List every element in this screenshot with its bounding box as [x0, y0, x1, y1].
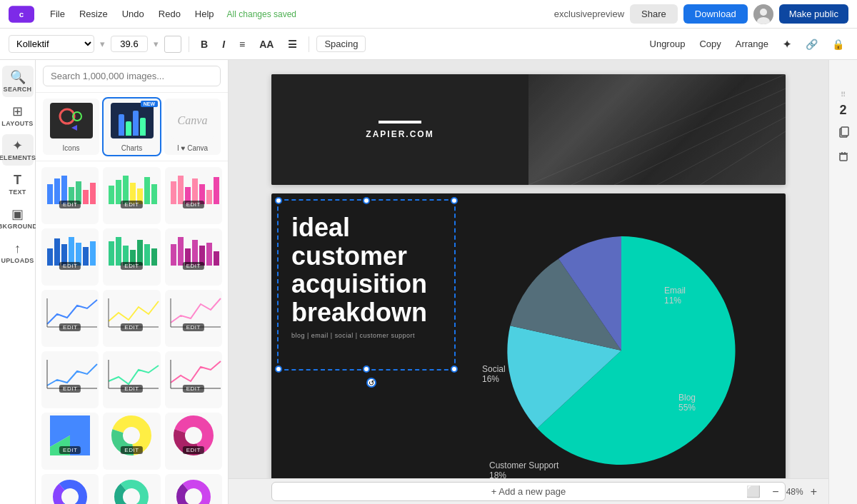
canvas-wrapper: ZAPIER.COM — [271, 74, 786, 490]
edit-badge: EDIT — [59, 385, 81, 393]
arrange-button[interactable]: Arrange — [731, 36, 773, 51]
edit-badge: EDIT — [183, 323, 204, 331]
zoom-out-button[interactable]: − — [768, 484, 783, 500]
svg-rect-23 — [178, 176, 184, 204]
new-badge: NEW — [141, 101, 158, 107]
chart-item-9[interactable]: EDIT — [165, 290, 222, 347]
separator-2 — [309, 36, 309, 52]
svg-text:Email: Email — [664, 286, 686, 296]
svg-rect-89 — [840, 154, 847, 161]
sidebar-item-elements[interactable]: ✦ ELEMENTS — [2, 134, 34, 166]
edit-badge: EDIT — [121, 262, 142, 270]
spacing-button[interactable]: Spacing — [316, 36, 366, 52]
file-menu[interactable]: File — [46, 6, 69, 22]
sidebar-item-layouts[interactable]: ⊞ LAYOUTS — [2, 100, 34, 131]
download-button[interactable]: Download — [683, 4, 748, 24]
chart-item-10[interactable]: EDIT — [41, 351, 99, 408]
ily-canva-label: I ♥ Canva — [177, 144, 208, 155]
chart-item-6[interactable]: EDIT — [165, 228, 222, 286]
svg-marker-7 — [71, 125, 77, 131]
search-bar — [36, 60, 228, 93]
help-menu[interactable]: Help — [191, 6, 219, 22]
chart-item-4[interactable]: EDIT — [41, 228, 99, 286]
sidebar-text-label: TEXT — [9, 188, 26, 196]
link-button[interactable]: 🔗 — [801, 36, 822, 53]
italic-button[interactable]: I — [218, 36, 229, 53]
category-canva[interactable]: Canva I ♥ Canva — [164, 99, 221, 155]
sidebar-search-label: SEARCH — [4, 86, 32, 93]
chart-item-12[interactable]: EDIT — [165, 351, 222, 408]
copy-button[interactable]: Copy — [695, 36, 725, 51]
chart-item-14[interactable]: EDIT — [103, 413, 160, 470]
lock-button[interactable]: 🔒 — [828, 36, 848, 53]
chart-item-15[interactable]: EDIT — [165, 413, 222, 470]
edit-badge: EDIT — [121, 323, 142, 331]
resize-menu[interactable]: Resize — [75, 6, 112, 22]
chart-item-18[interactable]: EDIT — [165, 474, 222, 504]
svg-line-78 — [700, 131, 786, 185]
toolbar: Kollektif ▾ ▾ B I ≡ AA ☰ Spacing Ungroup… — [0, 29, 857, 60]
font-size-arrow: ▾ — [100, 39, 105, 49]
copy-page-icon[interactable] — [833, 122, 853, 142]
chart-item-2[interactable]: EDIT — [103, 167, 160, 224]
bold-button[interactable]: B — [196, 36, 212, 53]
search-input[interactable] — [43, 66, 221, 86]
svg-text:16%: 16% — [482, 374, 499, 384]
sidebar-item-background[interactable]: ▣ BKGROUND — [2, 203, 34, 234]
charts-label: Charts — [121, 144, 142, 155]
svg-point-3 — [760, 9, 767, 16]
canvas-scroll[interactable]: ZAPIER.COM — [229, 60, 828, 504]
slide-title: ideal customer acquisition breakdown blo… — [291, 213, 456, 339]
category-icons[interactable]: Icons — [43, 99, 99, 155]
sidebar-elements-label: ELEMENTS — [0, 154, 36, 161]
undo-button[interactable]: Undo — [118, 6, 149, 22]
icons-label: Icons — [63, 144, 80, 155]
edit-badge: EDIT — [121, 201, 142, 208]
chart-item-3[interactable]: EDIT — [165, 167, 222, 224]
list-button[interactable]: ☰ — [284, 36, 301, 53]
font-case-button[interactable]: AA — [255, 36, 278, 53]
zapier-domain: ZAPIER.COM — [366, 129, 433, 139]
elements-icon: ✦ — [12, 139, 23, 152]
ungroup-button[interactable]: Ungroup — [646, 36, 690, 51]
add-page-button-bottom[interactable]: + Add a new page — [271, 482, 786, 501]
chart-item-8[interactable]: EDIT — [103, 290, 160, 347]
avatar[interactable] — [753, 4, 773, 24]
chart-item-7[interactable]: EDIT — [41, 290, 99, 347]
zoom-in-button[interactable]: + — [806, 484, 821, 500]
edit-badge: EDIT — [121, 446, 142, 454]
chart-item-16[interactable]: EDIT — [41, 474, 99, 504]
sidebar-item-text[interactable]: T TEXT — [2, 168, 34, 200]
edit-badge: EDIT — [183, 262, 204, 270]
svg-text:55%: 55% — [678, 403, 696, 413]
category-charts[interactable]: NEW Charts — [104, 99, 160, 155]
separator-1 — [189, 36, 189, 52]
sidebar-item-uploads[interactable]: ↑ UPLOADS — [2, 237, 34, 268]
chart-item-17[interactable]: EDIT — [103, 474, 160, 504]
delete-page-icon[interactable] — [833, 146, 853, 166]
edit-badge: EDIT — [183, 446, 204, 454]
chart-item-11[interactable]: EDIT — [103, 351, 160, 408]
chart-item-5[interactable]: EDIT — [103, 228, 160, 286]
share-button[interactable]: Share — [630, 4, 678, 24]
color-picker[interactable] — [164, 36, 181, 53]
svg-rect-29 — [47, 248, 53, 266]
svg-rect-48 — [206, 243, 212, 266]
font-family-select[interactable]: Kollektif — [9, 35, 94, 53]
chart-item-1[interactable]: EDIT — [41, 167, 99, 224]
svg-rect-88 — [841, 127, 848, 136]
magic-button[interactable]: ✦ — [778, 36, 796, 53]
chart-item-13[interactable]: EDIT — [41, 413, 99, 470]
background-icon: ▣ — [11, 208, 24, 221]
presentation-view-button[interactable]: ⬜ — [742, 482, 765, 501]
font-size-input[interactable] — [111, 36, 148, 52]
makepublic-button[interactable]: Make public — [779, 4, 848, 24]
sidebar-item-search[interactable]: 🔍 SEARCH — [2, 66, 34, 97]
redo-button[interactable]: Redo — [154, 6, 185, 22]
page-2: ↺ ideal customer acquisition breakdown b… — [271, 193, 786, 504]
svg-rect-27 — [206, 190, 212, 204]
canva-logo[interactable]: c — [9, 6, 34, 23]
svg-text:11%: 11% — [664, 296, 681, 306]
align-button[interactable]: ≡ — [235, 36, 249, 53]
edit-badge: EDIT — [59, 262, 81, 270]
